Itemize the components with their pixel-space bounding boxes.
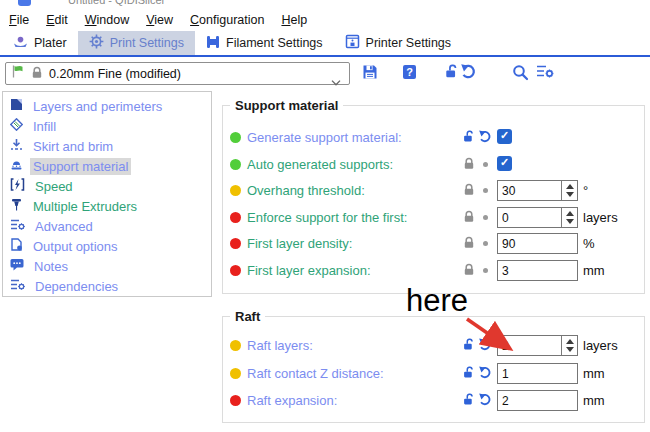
menu-file[interactable]: File (4, 11, 34, 29)
setting-label: Generate support material: (247, 130, 402, 145)
save-icon[interactable] (362, 64, 378, 84)
setting-label: First layer density: (247, 236, 352, 251)
menu-help[interactable]: Help (276, 11, 312, 29)
menu-view[interactable]: View (141, 11, 178, 29)
sidebar-item-support-material[interactable]: Support material (4, 156, 210, 176)
row-generate-support-material: Generate support material: (222, 127, 643, 148)
undo-icon[interactable] (479, 130, 493, 146)
lock-icon[interactable] (463, 236, 475, 252)
checkbox-checked[interactable] (497, 156, 512, 171)
sidebar-item-output-options[interactable]: Output options (4, 236, 210, 256)
tab-label: Printer Settings (366, 36, 451, 50)
notes-icon (10, 258, 24, 274)
sidebar-item-speed[interactable]: Speed (4, 176, 210, 196)
layers-icon (10, 98, 23, 114)
gear-icon (89, 34, 104, 52)
spinner-control[interactable] (561, 208, 577, 227)
modified-bullet (230, 185, 241, 196)
help-icon[interactable]: ? (402, 64, 417, 84)
window-title: Untitled - QIDISlicer (68, 0, 165, 6)
tab-label: Filament Settings (226, 36, 323, 50)
unit-label: % (583, 236, 595, 251)
no-revert-dot (483, 188, 488, 193)
modified-bullet (230, 395, 241, 406)
sidebar-item-infill[interactable]: Infill (4, 116, 210, 136)
no-revert-dot (483, 162, 488, 167)
row-overhang-threshold: Overhang threshold: ° (222, 180, 643, 201)
unit-label: ° (583, 183, 588, 198)
output-options-icon (10, 238, 23, 254)
row-raft-contact-z-distance: Raft contact Z distance: mm (222, 363, 643, 384)
sidebar-item-notes[interactable]: Notes (4, 256, 210, 276)
raft-expansion-input[interactable] (497, 390, 578, 411)
preset-dropdown[interactable]: 0.20mm Fine (modified) (5, 62, 350, 85)
no-revert-dot (483, 268, 488, 273)
tab-filament-settings[interactable]: Filament Settings (195, 31, 334, 55)
first-layer-density-input[interactable] (497, 233, 578, 254)
skirt-brim-icon (10, 138, 23, 154)
sidebar-item-label: Notes (31, 258, 71, 275)
section-title: Raft (230, 309, 265, 324)
setting-label: Overhang threshold: (247, 183, 365, 198)
menu-bar: File Edit Window View Configuration Help (0, 9, 650, 31)
unit-label: layers (583, 338, 618, 353)
advanced-icon (10, 218, 25, 234)
no-revert-dot (483, 215, 488, 220)
unit-label: mm (583, 366, 605, 381)
plater-icon (13, 35, 28, 52)
tab-label: Plater (34, 36, 67, 50)
settings-tab-bar: Plater Print Settings Filament Settings … (0, 31, 650, 57)
unlock-icon[interactable] (445, 64, 460, 83)
raft-contact-z-input[interactable] (497, 363, 578, 384)
chevron-down-icon (331, 72, 341, 90)
menu-window[interactable]: Window (80, 11, 134, 29)
filament-spool-icon (206, 35, 220, 52)
row-enforce-support: Enforce support for the first: layers (222, 207, 643, 228)
unlock-icon[interactable] (463, 130, 476, 146)
annotation-arrow (452, 312, 524, 360)
tab-printer-settings[interactable]: Printer Settings (334, 31, 462, 55)
undo-icon[interactable] (461, 64, 478, 83)
unlock-icon[interactable] (463, 393, 476, 409)
compare-gear-icon[interactable] (536, 64, 554, 83)
sidebar-item-multiple-extruders[interactable]: Multiple Extruders (4, 196, 210, 216)
row-first-layer-density: First layer density: % (222, 233, 643, 254)
sidebar-item-layers-and-perimeters[interactable]: Layers and perimeters (4, 96, 210, 116)
lock-icon[interactable] (463, 183, 475, 199)
sidebar-item-skirt-and-brim[interactable]: Skirt and brim (4, 136, 210, 156)
setting-label: Auto generated supports: (247, 157, 393, 172)
sidebar-item-label: Advanced (32, 218, 96, 235)
sidebar-item-label: Support material (30, 158, 131, 175)
tab-print-settings[interactable]: Print Settings (78, 31, 195, 55)
lock-icon[interactable] (463, 263, 475, 279)
setting-label: Raft expansion: (247, 393, 337, 408)
sidebar-item-dependencies[interactable]: Dependencies (4, 276, 210, 296)
preset-flag-icon (11, 64, 27, 83)
infill-icon (10, 118, 23, 134)
row-auto-generated-supports: Auto generated supports: (222, 154, 643, 175)
support-icon (10, 158, 23, 174)
setting-label: Enforce support for the first: (247, 210, 407, 225)
modified-bullet (230, 238, 241, 249)
sidebar-item-advanced[interactable]: Advanced (4, 216, 210, 236)
unit-label: mm (583, 263, 605, 278)
lock-icon[interactable] (463, 157, 475, 173)
menu-edit[interactable]: Edit (41, 11, 73, 29)
spinner-control[interactable] (561, 181, 577, 200)
undo-icon[interactable] (479, 366, 493, 382)
menu-configuration[interactable]: Configuration (185, 11, 269, 29)
tab-plater[interactable]: Plater (2, 31, 78, 55)
search-icon[interactable] (512, 64, 529, 85)
undo-icon[interactable] (479, 393, 493, 409)
unlock-icon[interactable] (463, 366, 476, 382)
qidislicer-window: Untitled - QIDISlicer File Edit Window V… (0, 0, 650, 432)
row-first-layer-expansion: First layer expansion: mm (222, 260, 643, 281)
modified-bullet (230, 340, 241, 351)
row-raft-layers: Raft layers: layers (222, 335, 643, 356)
lock-icon[interactable] (463, 210, 475, 226)
first-layer-expansion-input[interactable] (497, 260, 578, 281)
spinner-control[interactable] (561, 336, 577, 355)
checkbox-checked[interactable] (497, 129, 512, 144)
unit-label: layers (583, 210, 618, 225)
dependencies-icon (10, 278, 25, 294)
